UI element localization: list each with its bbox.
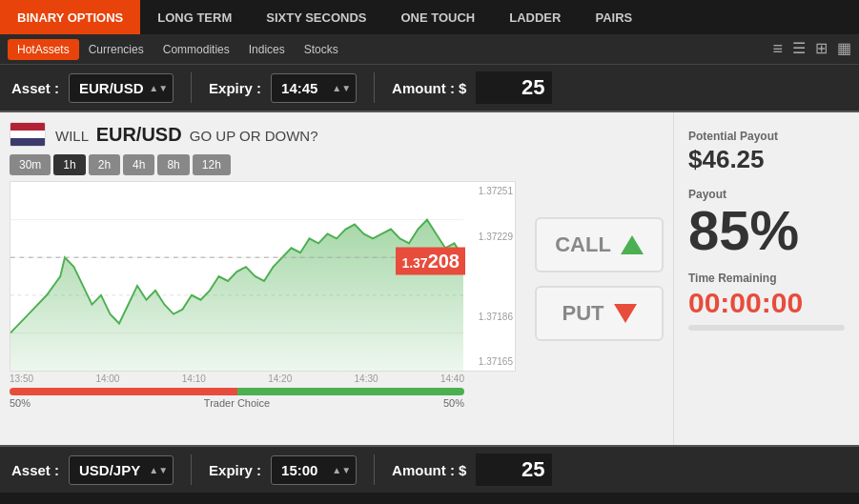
- nav-item-one-touch[interactable]: ONE TOUCH: [383, 0, 492, 34]
- put-label: PUT: [562, 301, 604, 326]
- potential-payout-value: $46.25: [688, 145, 845, 174]
- flag-icon: [10, 122, 46, 147]
- sub-nav: HotAssets Currencies Commodities Indices…: [0, 34, 859, 65]
- tf-30m[interactable]: 30m: [10, 154, 51, 175]
- time-remaining-value: 00:00:00: [688, 287, 845, 319]
- tf-12h[interactable]: 12h: [193, 154, 231, 175]
- asset-select-wrapper[interactable]: EUR/USD ▲▼: [69, 73, 174, 103]
- tc-right-pct: 50%: [443, 397, 464, 409]
- bottom-amount-input[interactable]: [476, 454, 552, 486]
- nav-item-long-term[interactable]: LONG TERM: [140, 0, 249, 34]
- put-button[interactable]: PUT: [535, 286, 664, 341]
- trader-choice: 50% Trader Choice 50%: [10, 388, 516, 409]
- amount-label: Amount : $: [392, 80, 466, 96]
- nav-item-sixty-seconds[interactable]: SIXTY SECONDS: [249, 0, 383, 34]
- grid-icon[interactable]: ⊞: [815, 39, 828, 59]
- chart-container: 1.37251 1.37229 1.37186 1.37165 1.37208: [10, 181, 516, 372]
- chart-header: WILL EUR/USD GO UP OR DOWN?: [10, 122, 516, 147]
- top-control-bar: Asset : EUR/USD ▲▼ Expiry : 14:45 ▲▼ Amo…: [0, 65, 859, 112]
- divider-1: [191, 72, 192, 103]
- bottom-divider-2: [374, 454, 375, 485]
- call-put-section: CALL PUT: [525, 112, 673, 445]
- x-axis: 13:50 14:00 14:10 14:20 14:30 14:40: [10, 372, 516, 384]
- bottom-asset-label: Asset :: [11, 462, 59, 478]
- bottom-divider-1: [191, 454, 192, 485]
- x-label-6: 14:40: [440, 373, 464, 384]
- tf-2h[interactable]: 2h: [89, 154, 120, 175]
- subnav-hot-assets[interactable]: HotAssets: [8, 39, 79, 60]
- subnav-indices[interactable]: Indices: [239, 39, 295, 60]
- amount-input[interactable]: [476, 71, 552, 104]
- subnav-currencies[interactable]: Currencies: [79, 39, 153, 60]
- x-label-3: 14:10: [182, 373, 206, 384]
- tf-1h[interactable]: 1h: [53, 154, 85, 175]
- tc-left-pct: 50%: [10, 397, 31, 409]
- time-remaining-label: Time Remaining: [688, 272, 845, 285]
- y-label-4: 1.37186: [467, 312, 513, 322]
- nav-item-binary-options[interactable]: BINARY OPTIONS: [0, 0, 140, 34]
- expiry-select[interactable]: 14:45: [271, 73, 357, 103]
- bottom-expiry-select-wrapper[interactable]: 15:00 ▲▼: [271, 455, 357, 485]
- tf-8h[interactable]: 8h: [157, 154, 189, 175]
- chart-title: WILL EUR/USD GO UP OR DOWN?: [55, 124, 318, 146]
- bottom-asset-select-wrapper[interactable]: USD/JPY ▲▼: [69, 455, 174, 485]
- y-label-5: 1.37165: [467, 356, 513, 367]
- subnav-commodities[interactable]: Commodities: [153, 39, 239, 60]
- menu-icon[interactable]: ≡: [772, 39, 783, 59]
- time-remaining-bar: [688, 325, 845, 331]
- subnav-stocks[interactable]: Stocks: [295, 39, 348, 60]
- potential-payout-label: Potential Payout: [688, 130, 845, 143]
- nav-item-pairs[interactable]: PAIRS: [578, 0, 649, 34]
- asset-select[interactable]: EUR/USD: [69, 73, 174, 103]
- bottom-expiry-label: Expiry :: [209, 462, 261, 478]
- bottom-control-bar: Asset : USD/JPY ▲▼ Expiry : 15:00 ▲▼ Amo…: [0, 445, 859, 493]
- bottom-asset-select[interactable]: USD/JPY: [69, 455, 174, 485]
- y-label-2: 1.37229: [467, 232, 513, 242]
- tc-bar: [10, 388, 464, 395]
- bottom-amount-label: Amount : $: [392, 462, 466, 478]
- table-icon[interactable]: ▦: [837, 39, 851, 59]
- x-label-1: 13:50: [10, 373, 33, 384]
- main-content: WILL EUR/USD GO UP OR DOWN? 30m 1h 2h 4h…: [0, 112, 859, 445]
- x-label-2: 14:00: [95, 373, 119, 384]
- x-label-5: 14:30: [355, 373, 378, 384]
- tf-4h[interactable]: 4h: [123, 154, 154, 175]
- put-arrow-down-icon: [614, 304, 637, 323]
- nav-item-ladder[interactable]: LADDER: [492, 0, 578, 34]
- bottom-expiry-select[interactable]: 15:00: [271, 455, 357, 485]
- x-label-4: 14:20: [268, 373, 292, 384]
- call-button[interactable]: CALL: [535, 217, 664, 272]
- tc-labels: 50% Trader Choice 50%: [10, 397, 464, 409]
- top-nav: BINARY OPTIONS LONG TERM SIXTY SECONDS O…: [0, 0, 859, 34]
- expiry-label: Expiry :: [209, 80, 261, 96]
- timeframes: 30m 1h 2h 4h 8h 12h: [10, 154, 516, 175]
- expiry-select-wrapper[interactable]: 14:45 ▲▼: [271, 73, 357, 103]
- call-arrow-up-icon: [621, 235, 644, 254]
- current-price-label: 1.37208: [396, 248, 465, 275]
- list-icon[interactable]: ☰: [792, 39, 806, 59]
- call-label: CALL: [555, 232, 611, 257]
- y-axis: 1.37251 1.37229 1.37186 1.37165: [465, 182, 515, 371]
- divider-2: [374, 72, 375, 103]
- payout-section: Potential Payout $46.25 Payout 85% Time …: [673, 112, 859, 445]
- price-chart-svg: [10, 182, 463, 371]
- y-label-1: 1.37251: [467, 186, 513, 196]
- payout-value: 85%: [688, 203, 845, 258]
- asset-label: Asset :: [11, 80, 59, 96]
- tc-center-label: Trader Choice: [204, 397, 270, 409]
- chart-section: WILL EUR/USD GO UP OR DOWN? 30m 1h 2h 4h…: [0, 112, 525, 445]
